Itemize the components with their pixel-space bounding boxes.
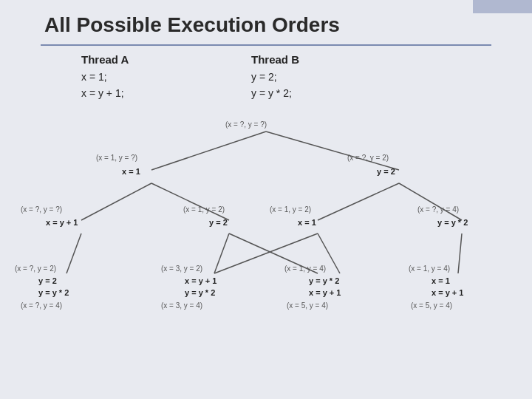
l3-1-action2: y = y * 2: [38, 288, 69, 297]
l2-rr-action: y = y * 2: [437, 218, 468, 227]
svg-line-7: [214, 233, 229, 273]
thread-a-label: Thread A: [81, 53, 129, 66]
svg-line-0: [151, 132, 266, 170]
l3-4-final: (x = 5, y = 4): [411, 301, 452, 310]
slide: All Possible Execution Orders Thread A x…: [0, 0, 532, 399]
l3-2-action1: x = y + 1: [185, 276, 216, 285]
l3-1-state: (x = ?, y = 2): [15, 265, 56, 273]
l2-lm-action: y = 2: [209, 218, 228, 227]
svg-line-4: [318, 183, 399, 220]
l2-ll-state: (x = ?, y = ?): [21, 205, 62, 214]
l3-4-action1: x = 1: [432, 276, 450, 285]
thread-b-line1: y = 2;: [251, 69, 299, 85]
l2-ll-action: x = y + 1: [46, 218, 78, 227]
divider: [41, 44, 491, 46]
thread-a-line2: x = y + 1;: [81, 85, 129, 101]
l2-ml-action: x = 1: [298, 218, 316, 227]
l2-lm-state: (x = 1, y = 2): [183, 205, 225, 214]
thread-b-header: Thread B y = 2; y = y * 2;: [251, 53, 299, 101]
l3-3-action2: x = y + 1: [309, 288, 341, 297]
root-state: (x = ?, y = ?): [225, 120, 267, 129]
accent-bar: [473, 0, 532, 13]
l3-1-final: (x = ?, y = 4): [21, 301, 62, 310]
l3-3-final: (x = 5, y = 4): [287, 301, 328, 310]
svg-line-3: [151, 183, 229, 220]
svg-line-5: [399, 183, 462, 220]
l3-2-action2: y = y * 2: [185, 288, 215, 297]
l1-left-state: (x = 1, y = ?): [96, 154, 137, 162]
l3-2-state: (x = 3, y = 2): [161, 265, 202, 273]
svg-line-6: [66, 233, 81, 273]
page-title: All Possible Execution Orders: [44, 13, 340, 37]
svg-line-1: [266, 132, 399, 170]
l1-left-action: x = 1: [122, 167, 140, 176]
l1-right-action: y = 2: [377, 167, 395, 176]
l3-4-state: (x = 1, y = 4): [409, 265, 450, 273]
l1-right-state: (x = ?, y = 2): [347, 154, 389, 162]
svg-line-2: [81, 183, 151, 220]
thread-a-line1: x = 1;: [81, 69, 129, 85]
thread-b-line2: y = y * 2;: [251, 85, 299, 101]
svg-line-9: [458, 233, 462, 273]
thread-b-label: Thread B: [251, 53, 299, 66]
l3-3-state: (x = 1, y = 4): [284, 265, 326, 273]
l2-rr-state: (x = ?, y = 4): [417, 205, 459, 214]
l3-2-final: (x = 3, y = 4): [161, 301, 202, 310]
l3-4-action2: x = y + 1: [432, 288, 463, 297]
l2-ml-state: (x = 1, y = 2): [270, 205, 311, 214]
l3-3-action1: y = y * 2: [309, 276, 339, 285]
l3-1-action1: y = 2: [38, 276, 57, 285]
thread-a-header: Thread A x = 1; x = y + 1;: [81, 53, 129, 101]
